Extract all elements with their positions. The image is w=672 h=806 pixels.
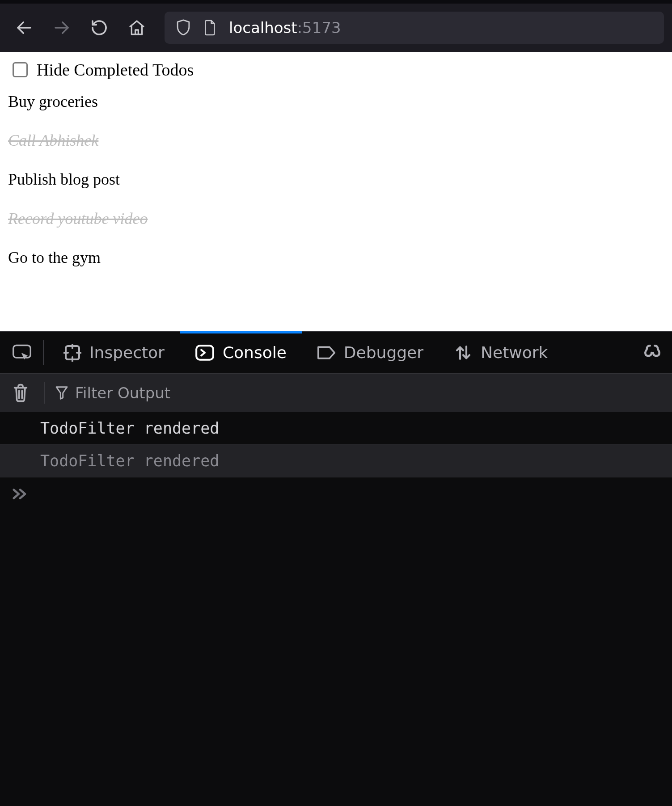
tab-network[interactable]: Network (439, 332, 563, 374)
address-bar[interactable]: localhost:5173 (165, 12, 664, 44)
tab-label: Inspector (89, 343, 165, 362)
nav-forward-button[interactable] (46, 12, 78, 44)
hide-completed-label: Hide Completed Todos (37, 60, 194, 80)
element-picker-button[interactable] (5, 332, 38, 374)
console-output: TodoFilter renderedTodoFilter rendered (0, 412, 672, 477)
todo-item[interactable]: Publish blog post (8, 170, 664, 189)
browser-chrome: localhost:5173 (0, 0, 672, 52)
console-log-row[interactable]: TodoFilter rendered (0, 445, 672, 477)
clear-console-button[interactable] (7, 380, 34, 406)
tab-console[interactable]: Console (180, 332, 302, 374)
todo-item[interactable]: Call Abhishek (8, 131, 664, 150)
console-prompt[interactable] (0, 477, 672, 511)
tab-debugger[interactable]: Debugger (302, 332, 439, 374)
style-editor-button[interactable] (638, 332, 667, 374)
todo-item[interactable]: Go to the gym (8, 248, 664, 267)
inspector-icon (63, 344, 81, 362)
devtools-right (638, 332, 667, 374)
shield-icon (175, 19, 191, 37)
console-filter-input[interactable] (75, 380, 665, 406)
hide-completed-checkbox[interactable] (13, 62, 28, 77)
debugger-icon (317, 345, 336, 360)
hide-completed-row[interactable]: Hide Completed Todos (8, 59, 664, 80)
separator (43, 340, 44, 365)
devtools-panel: Inspector Console Debugger Network (0, 331, 672, 806)
todo-list: Buy groceriesCall AbhishekPublish blog p… (8, 92, 664, 267)
url-port: :5173 (297, 19, 341, 37)
tab-label: Debugger (344, 343, 423, 362)
funnel-icon (55, 385, 69, 401)
chevron-double-right-icon (12, 487, 29, 501)
console-filter-bar (0, 374, 672, 412)
nav-reload-button[interactable] (83, 12, 115, 44)
separator (44, 382, 45, 404)
tab-inspector[interactable]: Inspector (48, 332, 180, 374)
tab-label: Console (223, 343, 287, 362)
network-icon (454, 343, 473, 362)
page-content: Hide Completed Todos Buy groceriesCall A… (0, 52, 672, 331)
nav-back-button[interactable] (8, 12, 40, 44)
url-text: localhost:5173 (229, 19, 341, 37)
url-host: localhost (229, 19, 297, 37)
nav-home-button[interactable] (121, 12, 153, 44)
console-icon (195, 344, 215, 362)
todo-item[interactable]: Buy groceries (8, 92, 664, 111)
tab-label: Network (481, 343, 548, 362)
todo-item[interactable]: Record youtube video (8, 209, 664, 228)
devtools-tabs: Inspector Console Debugger Network (0, 332, 672, 374)
document-icon (203, 19, 217, 36)
console-log-row[interactable]: TodoFilter rendered (0, 412, 672, 445)
